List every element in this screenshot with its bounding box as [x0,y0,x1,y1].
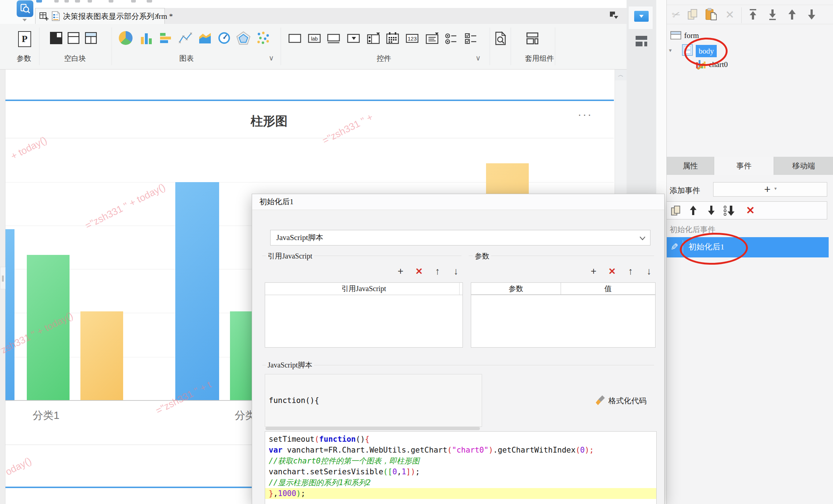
param-group-label: 参数 [473,251,491,261]
tab-mobile[interactable]: 移动端 [774,157,833,175]
widget-checkbox-group-icon[interactable] [465,33,478,46]
hscrollbar-thumb[interactable] [265,427,480,430]
collapse-panel-button[interactable] [634,11,649,22]
chart-pie-icon[interactable] [119,31,133,45]
column-resize-line [459,283,460,295]
bar-cat1-yellow[interactable] [80,311,123,400]
chart-scatter-line-icon[interactable] [178,31,193,46]
ref-js-moveup-button[interactable]: ↑ [431,265,444,277]
value-col-header: 值 [561,283,655,295]
chart-menu-dots-icon[interactable]: ··· [578,108,603,121]
param-add-button[interactable]: + [587,265,600,277]
quickbar-fragment-icon [147,0,152,3]
toolbar-group-label-parameter: 参数 [11,54,37,63]
widget-group-expand-caret-icon[interactable]: ∨ [473,54,483,62]
paste-icon[interactable] [704,7,718,22]
widget-number-icon[interactable]: 123 [406,33,419,45]
divider [667,5,833,5]
event-moveup-icon[interactable] [688,205,699,216]
ref-js-add-button[interactable]: + [394,265,407,277]
event-type-select[interactable]: JavaScript脚本 [270,230,650,245]
event-delete-icon[interactable]: ✕ [744,204,757,217]
chart-bar-icon[interactable] [159,31,173,46]
tab-attributes[interactable]: 属性 [667,157,714,175]
cut-icon[interactable]: ✂ [668,7,684,22]
toolbar-group-label-component: 套用组件 [519,54,560,63]
event-dialog[interactable]: 初始化后1 JavaScript脚本 引用JavaScript + ✕ ↑ ↓ … [252,194,665,504]
edit-pencil-icon: ✎ [670,242,678,253]
chart-area-icon[interactable] [198,31,212,46]
widget-radio-group-icon[interactable] [445,33,458,46]
ref-js-table[interactable]: 引用JavaScript [265,282,463,348]
chart-widget-selection-top [5,100,614,101]
blank-block-h-icon[interactable] [67,32,80,44]
ref-js-movedown-button[interactable]: ↓ [449,265,462,277]
bar-cat2-blue[interactable] [175,182,219,400]
widget-combo-tree-icon[interactable] [367,32,380,46]
east-layout-icon[interactable] [635,35,648,49]
event-movedown-icon[interactable] [706,205,717,216]
chart-radar-icon[interactable] [236,31,251,46]
chart-gauge-icon[interactable] [217,31,231,46]
preview-query-icon[interactable] [493,31,508,47]
tab-events[interactable]: 事件 [714,157,774,175]
group-border [262,365,654,365]
widget-textfield-icon[interactable] [327,33,340,45]
blank-block-grid-icon[interactable] [85,32,97,44]
ref-js-delete-button[interactable]: ✕ [413,265,426,277]
chart-title-divider [5,138,614,138]
chart-points-icon[interactable] [256,31,270,46]
ref-js-group-label: 引用JavaScript [266,251,314,261]
param-movedown-button[interactable]: ↓ [642,265,656,277]
watermark-text: oday() [4,455,33,478]
window-dock-icon[interactable] [609,11,619,20]
app-logo-dropdown-caret-icon[interactable] [22,19,27,21]
move-down-icon[interactable] [805,8,818,21]
brush-icon [595,395,606,408]
event-copy-icon[interactable] [670,205,682,217]
widget-label-icon[interactable]: lab [308,33,321,45]
app-logo-magnifier-icon[interactable] [17,0,33,17]
form-node-icon [670,31,681,41]
chart-title: 柱形图 [197,113,342,130]
watermark-text: ="zsh331 " + today() [83,181,167,232]
widget-date-icon[interactable] [386,32,399,46]
reuse-component-icon[interactable] [524,31,540,47]
format-code-button[interactable]: 格式化代码 [595,394,668,407]
toolbar-group-label-chart: 图表 [170,54,203,63]
chart-group-expand-caret-icon[interactable]: ∨ [266,54,276,62]
tab-close-icon[interactable]: ✕ [154,8,159,24]
chart-column-icon[interactable] [139,31,154,46]
widget-rect-icon[interactable] [288,33,301,45]
code-editor[interactable]: setTimeout(function(){var vanchart=FR.Ch… [265,431,657,504]
add-event-button[interactable]: + ▾ [713,182,827,197]
dialog-titlebar[interactable]: 初始化后1 [252,194,664,210]
quickbar-fragment-icon [131,0,136,3]
param-moveup-button[interactable]: ↑ [624,265,637,277]
toolbar-group-label-widget: 控件 [368,54,400,63]
move-up-icon[interactable] [786,8,799,21]
delete-widget-icon[interactable]: ✕ [723,8,736,21]
format-code-label: 格式化代码 [608,396,646,406]
app-window: 决策报表图表显示部分系列.frm * ✕ P 参数 [0,0,833,504]
quickbar-fragment-icon [64,0,69,3]
new-grid-icon [39,12,49,21]
move-to-top-icon[interactable] [746,8,759,21]
copy-icon[interactable] [686,8,699,21]
scrollbar-up-arrow-icon[interactable]: ︿ [615,70,627,80]
event-sort-icon[interactable] [723,205,737,217]
param-table[interactable]: 参数 值 [471,282,656,348]
event-type-value: JavaScript脚本 [276,230,323,245]
tree-expand-caret-icon[interactable]: ▾ [669,47,672,54]
quickbar-fragment-icon [88,0,92,3]
splitter-handle[interactable]: ∥ [0,267,6,289]
widget-dropdown-icon[interactable] [347,33,360,45]
tab-report[interactable]: 决策报表图表显示部分系列.frm * ✕ [35,8,165,24]
param-delete-button[interactable]: ✕ [606,265,619,277]
move-to-bottom-icon[interactable] [766,8,779,21]
report-block-icon[interactable] [50,32,62,44]
widget-textarea-icon[interactable] [426,32,439,46]
divider [667,24,833,24]
bar-cat1-blue[interactable] [5,229,14,400]
parameter-pane-icon[interactable]: P [18,31,31,47]
